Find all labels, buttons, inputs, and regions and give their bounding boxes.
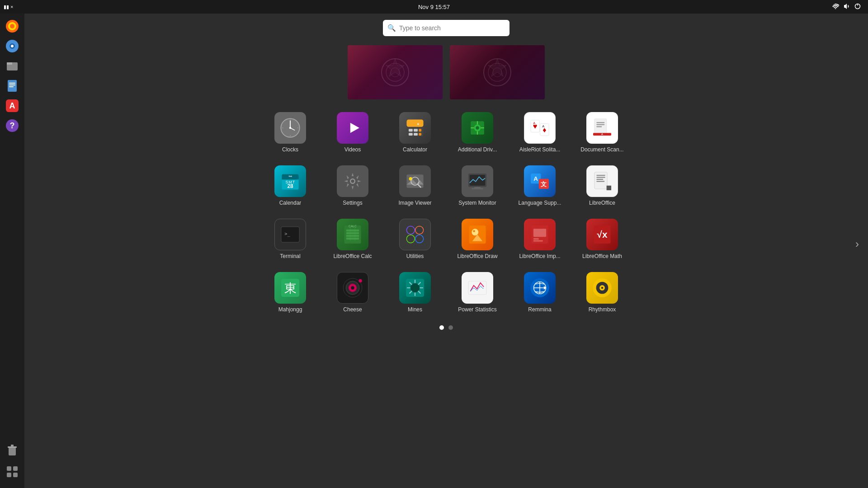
search-input[interactable] (383, 20, 509, 36)
svg-text:A: A (533, 121, 535, 125)
app-item-rhythmbox[interactable]: Rhythmbox (573, 268, 632, 316)
svg-text:√x: √x (597, 229, 608, 239)
app-item-mines[interactable]: Mines (386, 268, 444, 316)
svg-rect-94 (596, 177, 605, 178)
svg-point-127 (351, 286, 354, 289)
search-icon: 🔍 (387, 24, 396, 32)
sidebar-item-appstore[interactable]: A (3, 97, 21, 115)
sidebar-item-trash[interactable] (3, 441, 21, 459)
svg-rect-9 (7, 62, 12, 65)
app-label-calculator: Calculator (403, 146, 427, 153)
svg-rect-18 (9, 447, 16, 455)
svg-text:東: 東 (284, 282, 297, 295)
app-label-power-statistics: Power Statistics (458, 306, 496, 313)
sidebar: A ? (0, 14, 24, 488)
sidebar-item-browser[interactable] (3, 37, 21, 55)
app-item-language-support[interactable]: A 文 Language Supp... (510, 162, 569, 210)
recent-files-row (348, 45, 545, 99)
recent-thumb-1[interactable] (348, 45, 443, 99)
app-item-power-statistics[interactable]: Power Statistics (448, 268, 507, 316)
app-label-remmina: Remmina (528, 306, 551, 313)
nav-arrow-right[interactable]: › (855, 238, 859, 250)
svg-rect-87 (472, 188, 483, 189)
app-item-mahjongg[interactable]: 東 Mahjongg (261, 268, 320, 316)
svg-rect-47 (409, 133, 413, 136)
svg-rect-22 (13, 466, 18, 471)
app-item-aisleriot[interactable]: ♥ ♦ A A AisleRiot Solita... (510, 108, 569, 156)
svg-text:A: A (9, 101, 15, 110)
wifi-icon (832, 4, 839, 10)
app-item-clocks[interactable]: Clocks (261, 108, 320, 156)
app-item-calculator[interactable]: + Calculator (386, 108, 444, 156)
sidebar-item-firefox[interactable] (3, 17, 21, 35)
top-bar-left: ▮▮ × (4, 4, 13, 10)
svg-rect-101 (346, 230, 359, 231)
svg-text:+: + (417, 122, 420, 127)
svg-text:A: A (601, 133, 604, 136)
app-label-cheese: Cheese (343, 306, 362, 313)
datetime-label: Nov 9 15:57 (418, 4, 450, 10)
sidebar-item-show-apps[interactable] (3, 463, 21, 481)
app-item-libreoffice-calc[interactable]: CALC LibreOffice Calc (323, 215, 382, 263)
app-label-videos: Videos (344, 146, 361, 153)
svg-rect-96 (596, 181, 604, 182)
app-item-libreoffice-math[interactable]: √x LibreOffice Math (573, 215, 632, 263)
app-item-libreoffice-draw[interactable]: LibreOffice Draw (448, 215, 507, 263)
power-icon[interactable] (854, 3, 861, 11)
app-label-clocks: Clocks (282, 146, 298, 153)
app-item-libreoffice-impress[interactable]: LibreOffice Imp... (510, 215, 569, 263)
svg-rect-65 (596, 124, 604, 125)
svg-rect-98 (281, 227, 299, 242)
search-bar-wrap: 🔍 (383, 20, 509, 36)
svg-rect-49 (419, 133, 421, 136)
svg-rect-93 (596, 175, 605, 176)
svg-text:CALC: CALC (349, 225, 357, 228)
app-label-libreoffice-calc: LibreOffice Calc (333, 253, 372, 259)
app-label-libreoffice-math: LibreOffice Math (582, 253, 622, 259)
recent-thumb-2[interactable] (450, 45, 545, 99)
app-item-image-viewer[interactable]: Image Viewer (386, 162, 444, 210)
svg-rect-11 (9, 83, 15, 84)
svg-rect-45 (414, 129, 418, 131)
app-label-document-scanner: Document Scan... (580, 146, 623, 153)
svg-marker-40 (350, 123, 359, 133)
svg-text:A: A (533, 175, 538, 182)
app-grid: Clocks Videos + (261, 108, 632, 316)
app-label-rhythmbox: Rhythmbox (589, 306, 616, 313)
app-item-settings[interactable]: Settings (323, 162, 382, 210)
app-item-calendar[interactable]: 28 S M T 28 Calendar (261, 162, 320, 210)
app-label-additional-drivers: Additional Driv... (458, 146, 497, 153)
svg-point-128 (359, 279, 362, 282)
svg-point-35 (289, 127, 291, 129)
svg-rect-52 (476, 126, 479, 129)
sidebar-bottom (3, 441, 21, 481)
svg-rect-64 (596, 122, 604, 123)
app-item-additional-drivers[interactable]: Additional Driv... (448, 108, 507, 156)
svg-rect-117 (533, 229, 546, 237)
app-item-utilities[interactable]: Utilities (386, 215, 444, 263)
svg-point-148 (601, 287, 603, 289)
page-dot-1[interactable] (439, 325, 444, 330)
app-item-terminal[interactable]: >_ Terminal (261, 215, 320, 263)
svg-rect-72 (282, 177, 298, 179)
svg-text:>_: >_ (284, 231, 290, 237)
app-label-system-monitor: System Monitor (458, 200, 496, 206)
app-item-system-monitor[interactable]: System Monitor (448, 162, 507, 210)
app-label-terminal: Terminal (280, 253, 300, 259)
app-label-libreoffice-draw: LibreOffice Draw (457, 253, 497, 259)
sidebar-item-help[interactable]: ? (3, 117, 21, 135)
app-item-videos[interactable]: Videos (323, 108, 382, 156)
page-dot-2[interactable] (448, 325, 453, 330)
app-item-document-scanner[interactable]: A Document Scan... (573, 108, 632, 156)
app-label-settings: Settings (343, 200, 362, 206)
sidebar-item-files[interactable] (3, 57, 21, 75)
app-item-cheese[interactable]: Cheese (323, 268, 382, 316)
app-label-utilities: Utilities (406, 253, 424, 259)
svg-rect-104 (346, 238, 359, 239)
svg-rect-42 (406, 119, 423, 127)
app-label-language-support: Language Supp... (519, 200, 561, 206)
app-item-libreoffice[interactable]: LibreOffice (573, 162, 632, 210)
app-item-remmina[interactable]: Remmina (510, 268, 569, 316)
svg-rect-119 (533, 240, 543, 242)
sidebar-item-docs[interactable] (3, 77, 21, 95)
